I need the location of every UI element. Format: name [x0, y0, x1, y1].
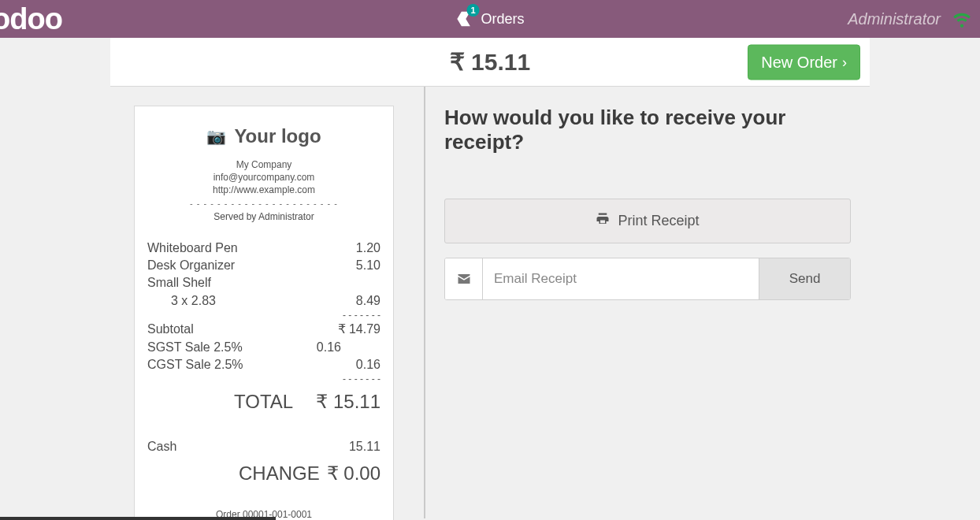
line-price: 5.10: [356, 257, 380, 274]
receipt-lines: Whiteboard Pen 1.20 Desk Organizer 5.10 …: [147, 240, 380, 485]
receipt-line: Whiteboard Pen 1.20: [147, 240, 380, 257]
new-order-button[interactable]: New Order ›: [748, 44, 860, 80]
payment-row: Cash 15.11: [147, 438, 380, 455]
line-name: Whiteboard Pen: [147, 240, 238, 257]
new-order-label: New Order: [761, 53, 837, 71]
tax-row: SGST Sale 2.5% 0.16: [147, 339, 380, 356]
tax-label: SGST Sale 2.5%: [147, 339, 243, 356]
served-by: Served by Administrator: [147, 211, 380, 222]
main-area: 📷 Your logo My Company info@yourcompany.…: [110, 87, 870, 518]
orders-tab[interactable]: 1 Orders: [455, 10, 524, 28]
change-row: CHANGE ₹ 0.00: [147, 462, 380, 485]
line-price: 8.49: [356, 292, 380, 310]
tax-row: CGST Sale 2.5% 0.16: [147, 356, 380, 373]
print-receipt-label: Print Receipt: [618, 213, 699, 229]
receipt-preview: 📷 Your logo My Company info@yourcompany.…: [134, 106, 394, 520]
subtotal-label: Subtotal: [147, 321, 194, 338]
send-receipt-button[interactable]: Send: [759, 258, 850, 299]
wifi-icon: [952, 9, 972, 29]
line-name: Small Shelf: [147, 274, 211, 292]
subtotal-value: ₹ 14.79: [338, 321, 380, 338]
current-user[interactable]: Administrator: [848, 10, 941, 28]
total-label: TOTAL: [147, 391, 293, 413]
chevron-right-icon: ›: [842, 54, 847, 70]
bottom-strip: [0, 517, 276, 520]
brand-logo: odoo: [0, 0, 62, 38]
camera-icon: 📷: [206, 127, 226, 146]
divider-dashes: - - - - - - - - - - - - - - - - - - - - …: [147, 199, 380, 208]
print-icon: [596, 212, 610, 230]
receipt-column: 📷 Your logo My Company info@yourcompany.…: [110, 87, 425, 518]
receipt-logo-text: Your logo: [234, 125, 321, 147]
total-value: ₹ 15.11: [316, 391, 380, 413]
top-bar: odoo 1 Orders Administrator: [0, 0, 980, 38]
divider-right: - - - - - - -: [147, 373, 380, 384]
envelope-icon: [445, 258, 483, 299]
orders-count-badge: 1: [466, 4, 479, 17]
tax-value: 0.16: [317, 339, 341, 356]
receipt-company: My Company info@yourcompany.com http://w…: [147, 158, 380, 197]
receipt-question: How would you like to receive your recei…: [444, 106, 851, 154]
line-name: Desk Organizer: [147, 257, 235, 274]
receipt-line: Small Shelf: [147, 274, 380, 292]
print-receipt-button[interactable]: Print Receipt: [444, 199, 851, 243]
email-receipt-group: Send: [444, 258, 851, 300]
company-email: info@yourcompany.com: [147, 171, 380, 184]
line-price: 1.20: [356, 240, 380, 257]
orders-icon: 1: [455, 10, 473, 28]
company-name: My Company: [147, 158, 380, 171]
tax-value: 0.16: [356, 356, 380, 373]
line-qty: 3 x 2.83: [147, 292, 216, 310]
sub-header: ₹ 15.11 New Order ›: [110, 38, 870, 87]
email-receipt-input[interactable]: [483, 258, 759, 299]
payment-value: 15.11: [349, 438, 380, 455]
tax-label: CGST Sale 2.5%: [147, 356, 243, 373]
payment-label: Cash: [147, 438, 176, 455]
change-label: CHANGE: [147, 462, 320, 485]
company-website: http://www.example.com: [147, 184, 380, 196]
receipt-line: Desk Organizer 5.10: [147, 257, 380, 274]
divider-right: - - - - - - -: [147, 310, 380, 321]
subtotal-row: Subtotal ₹ 14.79: [147, 321, 380, 338]
change-value: ₹ 0.00: [327, 462, 380, 485]
actions-column: How would you like to receive your recei…: [425, 87, 870, 518]
total-row: TOTAL ₹ 15.11: [147, 391, 380, 413]
receipt-logo: 📷 Your logo: [147, 125, 380, 147]
receipt-line-qty: 3 x 2.83 8.49: [147, 292, 380, 310]
order-total: ₹ 15.11: [450, 48, 530, 76]
orders-label: Orders: [481, 11, 524, 28]
